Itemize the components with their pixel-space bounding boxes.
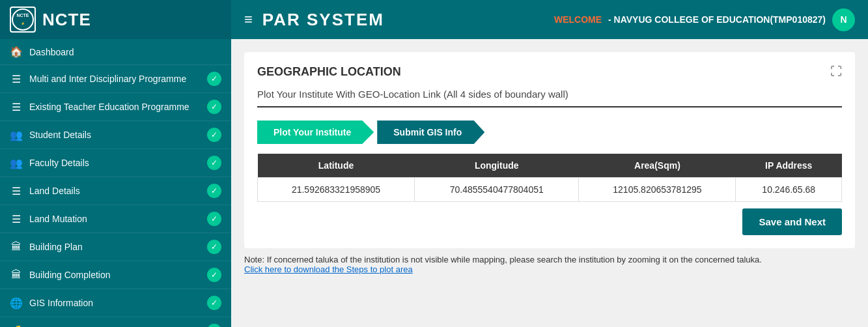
svg-point-0 — [12, 9, 33, 30]
sidebar-item-student-details[interactable]: 👥 Student Details ✓ — [0, 121, 231, 149]
col-ip: IP Address — [736, 154, 842, 178]
check-icon-1: ✓ — [207, 72, 221, 86]
col-longitude: Longitude — [415, 154, 579, 178]
sidebar-label-mutation: Land Mutation — [29, 214, 87, 224]
faculty-icon: 👥 — [10, 157, 23, 169]
section-title-text: GEOGRAPHIC LOCATION — [257, 65, 401, 79]
sidebar-item-land-details[interactable]: ☰ Land Details ✓ — [0, 177, 231, 205]
land-icon: ☰ — [10, 185, 23, 197]
sidebar-item-building-plan[interactable]: 🏛 Building Plan ✓ — [0, 233, 231, 261]
sidebar-label-land: Land Details — [29, 186, 80, 196]
main-content: ≡ PAR SYSTEM WELCOME - NAVYUG COLLEGE OF… — [231, 0, 868, 327]
sidebar-item-building-completion[interactable]: 🏛 Building Completion ✓ — [0, 261, 231, 289]
financial-icon: 💰 — [10, 325, 23, 328]
check-icon-8: ✓ — [207, 268, 221, 282]
sidebar-item-dashboard[interactable]: 🏠 Dashboard — [0, 39, 231, 65]
topbar: ≡ PAR SYSTEM WELCOME - NAVYUG COLLEGE OF… — [231, 0, 868, 39]
sidebar-item-multi-disciplinary[interactable]: ☰ Multi and Inter Disciplinary Programme… — [0, 65, 231, 93]
expand-icon[interactable]: ⛶ — [830, 65, 842, 79]
svg-text:⚡: ⚡ — [21, 21, 25, 26]
sidebar-label-teacher: Existing Teacher Education Programme — [29, 102, 189, 112]
save-next-button[interactable]: Save and Next — [742, 208, 842, 235]
cell-longitude: 70.4855540477804051 — [415, 178, 579, 202]
ncte-logo: NCTE ⚡ — [10, 7, 36, 33]
content-area: GEOGRAPHIC LOCATION ⛶ Plot Your Institut… — [231, 39, 868, 327]
sidebar-header: NCTE ⚡ NCTE — [0, 0, 231, 39]
building-plan-icon: 🏛 — [10, 241, 23, 253]
check-icon-7: ✓ — [207, 240, 221, 254]
cell-area: 12105.820653781295 — [579, 178, 736, 202]
cell-latitude: 21.592683321958905 — [258, 178, 415, 202]
sidebar-item-existing-teacher[interactable]: ☰ Existing Teacher Education Programme ✓ — [0, 93, 231, 121]
plot-institute-button[interactable]: Plot Your Institute — [257, 121, 374, 144]
sidebar-label-building-completion: Building Completion — [29, 270, 111, 280]
gis-icon: 🌐 — [10, 297, 23, 309]
svg-text:NCTE: NCTE — [16, 13, 29, 18]
note-text: Note: If concerned taluka of the institu… — [244, 255, 762, 264]
sidebar-item-gis-information[interactable]: 🌐 GIS Information ✓ — [0, 289, 231, 317]
col-area: Area(Sqm) — [579, 154, 736, 178]
table-row: 21.592683321958905 70.4855540477804051 1… — [258, 178, 842, 202]
menu-icon-1: ☰ — [10, 73, 23, 85]
cell-ip: 10.246.65.68 — [736, 178, 842, 202]
sidebar-title: NCTE — [42, 10, 91, 30]
note-section: Note: If concerned taluka of the institu… — [244, 255, 855, 274]
gis-data-table: Latitude Longitude Area(Sqm) IP Address … — [257, 154, 842, 202]
welcome-label: WELCOME — [554, 14, 602, 25]
app-title: PAR SYSTEM — [262, 10, 384, 30]
check-icon-4: ✓ — [207, 156, 221, 170]
check-icon-9: ✓ — [207, 296, 221, 310]
menu-icon-2: ☰ — [10, 101, 23, 113]
home-icon: 🏠 — [10, 46, 23, 58]
submit-gis-button[interactable]: Submit GIS Info — [377, 121, 484, 144]
sidebar-label-faculty: Faculty Details — [29, 158, 89, 168]
action-buttons: Plot Your Institute Submit GIS Info — [257, 121, 842, 144]
section-header: GEOGRAPHIC LOCATION ⛶ — [257, 65, 842, 79]
sidebar-label-student: Student Details — [29, 130, 91, 140]
mutation-icon: ☰ — [10, 213, 23, 225]
geo-link-description: Plot Your Institute With GEO-Location Li… — [257, 89, 842, 107]
college-name: - NAVYUG COLLEGE OF EDUCATION(TMP010827) — [608, 14, 826, 25]
geo-link-text: Plot Your Institute With GEO-Location Li… — [257, 89, 568, 100]
user-avatar[interactable]: N — [832, 8, 855, 31]
menu-toggle-button[interactable]: ≡ — [244, 11, 253, 28]
sidebar-item-financial-management[interactable]: 💰 Financial Management ✓ — [0, 317, 231, 327]
sidebar-label-dashboard: Dashboard — [29, 47, 74, 57]
check-icon-10: ✓ — [207, 324, 221, 327]
check-icon-5: ✓ — [207, 184, 221, 198]
welcome-section: WELCOME - NAVYUG COLLEGE OF EDUCATION(TM… — [554, 8, 855, 31]
check-icon-3: ✓ — [207, 128, 221, 142]
sidebar-item-faculty-details[interactable]: 👥 Faculty Details ✓ — [0, 149, 231, 177]
sidebar-label-building-plan: Building Plan — [29, 242, 83, 252]
student-icon: 👥 — [10, 129, 23, 141]
sidebar-item-land-mutation[interactable]: ☰ Land Mutation ✓ — [0, 205, 231, 233]
col-latitude: Latitude — [258, 154, 415, 178]
download-steps-link[interactable]: Click here to download the Steps to plot… — [244, 264, 413, 274]
check-icon-2: ✓ — [207, 100, 221, 114]
sidebar-label-multi: Multi and Inter Disciplinary Programme — [29, 74, 186, 84]
sidebar: NCTE ⚡ NCTE 🏠 Dashboard ☰ Multi and Inte… — [0, 0, 231, 327]
sidebar-label-gis: GIS Information — [29, 298, 93, 308]
save-next-section: Save and Next — [257, 208, 842, 235]
check-icon-6: ✓ — [207, 212, 221, 226]
geographic-location-card: GEOGRAPHIC LOCATION ⛶ Plot Your Institut… — [244, 52, 855, 248]
building-completion-icon: 🏛 — [10, 269, 23, 281]
